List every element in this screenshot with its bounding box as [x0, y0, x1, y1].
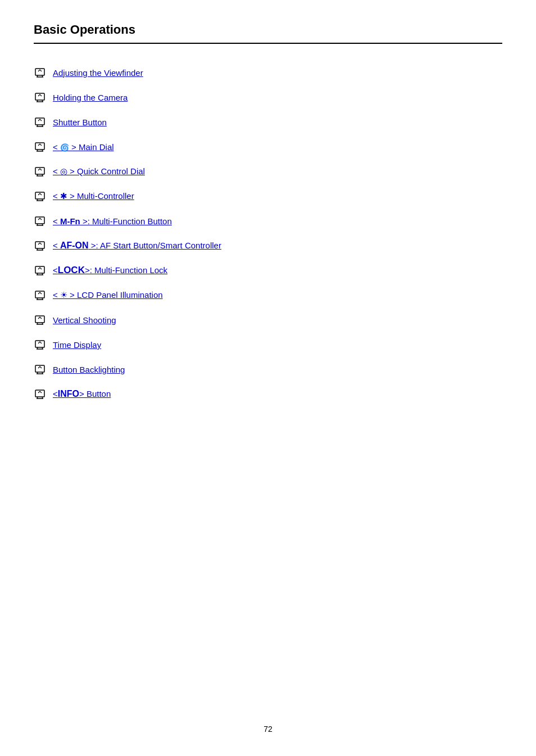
af-start-button-link[interactable]: < AF-ON >: AF Start Button/Smart Control…	[53, 241, 221, 251]
page-icon	[34, 215, 46, 227]
list-item: <LOCK>: Multi-Function Lock	[34, 264, 502, 277]
page-icon	[34, 388, 46, 400]
page-icon	[34, 239, 46, 252]
quick-control-dial-link[interactable]: < ◎ > Quick Control Dial	[53, 166, 145, 176]
list-item: < ✱ > Multi-Controller	[34, 190, 502, 202]
adjusting-viewfinder-link[interactable]: Adjusting the Viewfinder	[53, 68, 143, 78]
list-item: <INFO> Button	[34, 388, 502, 400]
page-icon	[34, 116, 46, 128]
page-container: Basic Operations Adjusting the Viewfinde…	[0, 0, 536, 445]
page-number: 72	[264, 725, 272, 734]
list-item: < M-Fn >: Multi-Function Button	[34, 215, 502, 227]
list-item: Time Display	[34, 338, 502, 351]
info-button-link[interactable]: <INFO> Button	[53, 389, 111, 399]
button-backlighting-link[interactable]: Button Backlighting	[53, 365, 125, 374]
list-item: < ☀ > LCD Panel Illumination	[34, 289, 502, 301]
page-icon	[34, 314, 46, 326]
page-title: Basic Operations	[34, 22, 502, 37]
page-icon	[34, 165, 46, 178]
page-icon	[34, 289, 46, 301]
page-icon	[34, 190, 46, 202]
multi-function-button-link[interactable]: < M-Fn >: Multi-Function Button	[53, 216, 172, 226]
list-item: < ◎ > Quick Control Dial	[34, 165, 502, 178]
page-icon	[34, 66, 46, 79]
page-header: Basic Operations	[34, 22, 502, 44]
page-icon	[34, 363, 46, 375]
vertical-shooting-link[interactable]: Vertical Shooting	[53, 315, 116, 325]
list-item: Adjusting the Viewfinder	[34, 66, 502, 79]
list-item: Holding the Camera	[34, 91, 502, 103]
nav-list: Adjusting the Viewfinder Holding the Cam…	[34, 66, 502, 400]
page-icon	[34, 338, 46, 351]
list-item: < AF-ON >: AF Start Button/Smart Control…	[34, 239, 502, 252]
time-display-link[interactable]: Time Display	[53, 340, 101, 350]
main-dial-link[interactable]: < 🌀 > Main Dial	[53, 142, 114, 152]
lcd-panel-link[interactable]: < ☀ > LCD Panel Illumination	[53, 290, 163, 300]
list-item: < 🌀 > Main Dial	[34, 141, 502, 153]
multi-function-lock-link[interactable]: <LOCK>: Multi-Function Lock	[53, 265, 167, 276]
shutter-button-link[interactable]: Shutter Button	[53, 117, 107, 127]
multi-controller-link[interactable]: < ✱ > Multi-Controller	[53, 191, 134, 201]
page-icon	[34, 264, 46, 277]
page-icon	[34, 141, 46, 153]
list-item: Vertical Shooting	[34, 314, 502, 326]
list-item: Shutter Button	[34, 116, 502, 128]
list-item: Button Backlighting	[34, 363, 502, 375]
page-icon	[34, 91, 46, 103]
holding-camera-link[interactable]: Holding the Camera	[53, 93, 128, 102]
